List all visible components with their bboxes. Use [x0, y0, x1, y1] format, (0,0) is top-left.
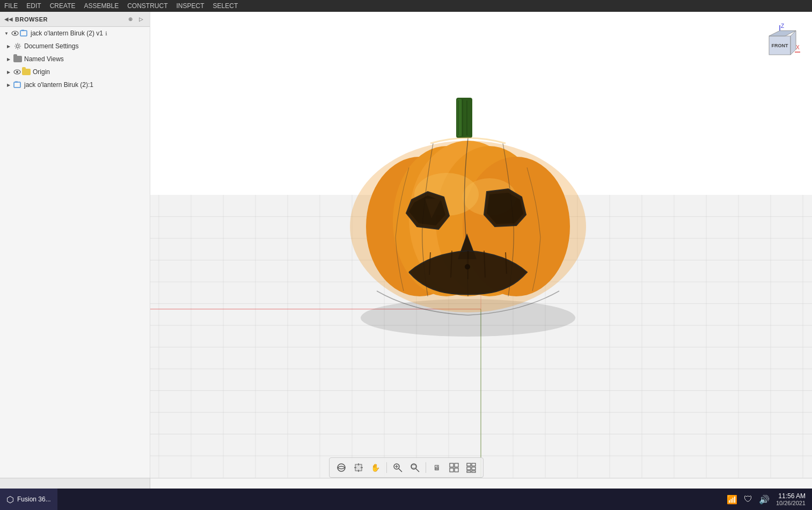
origin-eye-icon[interactable] [13, 68, 21, 76]
menu-file[interactable]: FILE [4, 2, 18, 10]
svg-rect-92 [450, 468, 453, 472]
main-layout: ◀◀ BROWSER ⊕ ▷ jac [0, 12, 812, 510]
toolbar-sep2 [426, 462, 426, 473]
svg-point-81 [338, 464, 345, 471]
menu-select[interactable]: SELECT [213, 2, 238, 10]
svg-rect-2 [20, 31, 27, 36]
browser-panel: ◀◀ BROWSER ⊕ ▷ jac [0, 12, 150, 478]
svg-rect-90 [450, 463, 453, 467]
svg-marker-80 [791, 31, 796, 55]
browser-title: BROWSER [15, 16, 126, 23]
svg-point-87 [411, 464, 416, 469]
viewport[interactable]: Z X FRONT [150, 12, 812, 478]
svg-rect-99 [472, 471, 476, 472]
browser-icons: ⊕ ▷ [126, 15, 145, 24]
svg-line-88 [416, 469, 419, 472]
svg-text:FRONT: FRONT [772, 43, 788, 48]
svg-rect-97 [472, 467, 476, 470]
named-views-arrow[interactable] [4, 55, 13, 63]
origin-arrow[interactable] [4, 68, 13, 76]
component-icon [13, 80, 23, 90]
toolbar-hand-btn[interactable]: ✋ [368, 460, 383, 475]
toolbar-more-btn[interactable] [464, 460, 479, 475]
toolbar-sep1 [386, 462, 387, 473]
component-label: jack o'lantern Biruk (2):1 [24, 81, 93, 89]
taskbar-network-icon[interactable]: 📶 [727, 494, 737, 505]
tree-origin[interactable]: Origin [4, 65, 150, 78]
named-views-folder-icon [13, 54, 23, 64]
svg-rect-3 [21, 30, 24, 31]
root-item-label: jack o'lantern Biruk (2) v1 [31, 30, 103, 37]
taskbar-clock[interactable]: 11:56 AM 10/26/2021 [776, 492, 806, 506]
toolbar-zoom-btn[interactable] [390, 460, 405, 475]
svg-text:X: X [796, 45, 800, 50]
named-views-label: Named Views [24, 55, 64, 63]
browser-collapse-icon[interactable]: ◀◀ [4, 16, 13, 22]
doc-settings-label: Document Settings [24, 42, 78, 50]
svg-point-4 [17, 45, 19, 48]
svg-rect-8 [15, 81, 18, 83]
svg-point-72 [465, 264, 470, 269]
tree-component[interactable]: jack o'lantern Biruk (2):1 [4, 78, 150, 91]
origin-folder-icon [21, 67, 31, 77]
browser-settings-icon[interactable]: ⊕ [126, 15, 135, 24]
svg-point-1 [14, 32, 16, 34]
menu-assemble[interactable]: ASSEMBLE [84, 2, 119, 10]
menu-bar: FILE EDIT CREATE ASSEMBLE CONSTRUCT INSP… [0, 0, 812, 12]
svg-rect-7 [14, 82, 20, 88]
menu-inspect[interactable]: INSPECT [177, 2, 204, 10]
view-cube[interactable]: Z X FRONT [758, 23, 801, 65]
menu-create[interactable]: CREATE [50, 2, 76, 10]
svg-rect-89 [412, 465, 416, 468]
svg-rect-94 [467, 463, 471, 466]
taskbar-date: 10/26/2021 [776, 500, 806, 506]
toolbar-display-btn[interactable]: 🖥 [429, 460, 444, 475]
component-arrow[interactable] [4, 81, 13, 89]
svg-rect-96 [467, 467, 471, 470]
toolbar-pan-btn[interactable] [351, 460, 366, 475]
browser-header: ◀◀ BROWSER ⊕ ▷ [0, 12, 150, 27]
menu-edit[interactable]: EDIT [26, 2, 41, 10]
svg-rect-93 [455, 468, 458, 472]
root-eye-icon[interactable] [11, 29, 19, 38]
taskbar-app-icon: ⬡ [6, 494, 14, 505]
root-collapse-arrow[interactable] [2, 29, 11, 38]
taskbar: ⬡ Fusion 36... 📶 🛡 🔊 11:56 AM 10/26/2021 [0, 489, 812, 510]
svg-line-84 [399, 469, 402, 472]
tree-named-views[interactable]: Named Views [4, 53, 150, 65]
svg-rect-95 [472, 463, 476, 466]
origin-label: Origin [33, 68, 50, 76]
svg-rect-91 [455, 463, 458, 467]
taskbar-security-icon[interactable]: 🛡 [744, 494, 752, 504]
doc-settings-arrow[interactable] [4, 42, 13, 50]
svg-text:Z: Z [781, 23, 784, 29]
toolbar-zoom-window-btn[interactable] [407, 460, 422, 475]
bottom-toolbar: ✋ 🖥 [329, 457, 484, 478]
svg-rect-47 [457, 99, 462, 136]
taskbar-app-label: Fusion 36... [17, 496, 51, 503]
pumpkin-model [334, 82, 602, 350]
tree-doc-settings[interactable]: Document Settings [4, 40, 150, 53]
doc-settings-gear-icon [13, 41, 23, 51]
taskbar-time: 11:56 AM [776, 492, 806, 500]
root-info-icon[interactable]: ℹ [105, 31, 107, 37]
tree-root-item[interactable]: jack o'lantern Biruk (2) v1 ℹ [0, 27, 150, 40]
taskbar-right: 📶 🛡 🔊 11:56 AM 10/26/2021 [720, 492, 812, 506]
toolbar-orbit-btn[interactable] [334, 460, 349, 475]
taskbar-volume-icon[interactable]: 🔊 [759, 494, 770, 505]
toolbar-grid-btn[interactable] [447, 460, 462, 475]
svg-rect-98 [467, 471, 471, 472]
browser-expand-icon[interactable]: ▷ [137, 15, 145, 24]
root-component-icon [19, 28, 29, 38]
menu-construct[interactable]: CONSTRUCT [127, 2, 167, 10]
svg-point-6 [16, 71, 18, 73]
taskbar-fusion-app[interactable]: ⬡ Fusion 36... [0, 489, 57, 510]
